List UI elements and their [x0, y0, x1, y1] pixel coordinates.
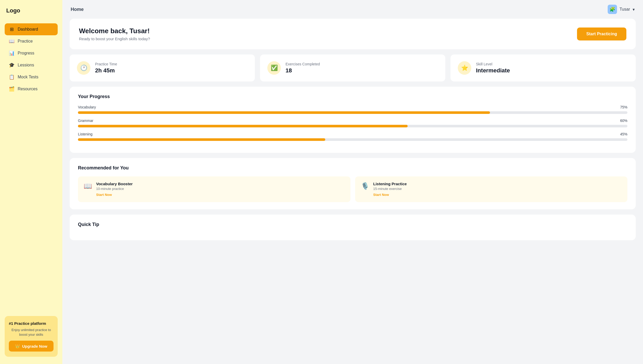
- progress-icon: 📊: [9, 50, 15, 56]
- sidebar-item-progress[interactable]: 📊 Progress: [5, 47, 58, 59]
- quick-tip-title: Quick Tip: [78, 222, 627, 227]
- upgrade-button[interactable]: 👑 Upgrade Now: [9, 341, 54, 352]
- sidebar-label-progress: Progress: [18, 51, 34, 56]
- progress-bar-bg-1: [78, 125, 627, 127]
- progress-bar-bg-0: [78, 111, 627, 114]
- welcome-title: Welcome back, Tusar!: [79, 27, 150, 35]
- rec-link-1[interactable]: Start Now: [373, 193, 389, 197]
- practice-time-icon: 🕐: [77, 61, 90, 75]
- sidebar-label-lessons: Lessions: [18, 63, 34, 67]
- skill-level-label: Skill Level: [476, 62, 510, 66]
- crown-icon: 👑: [15, 344, 20, 348]
- progress-title: Your Progress: [78, 94, 627, 99]
- promo-card: #1 Practice platform Enjoy unlimited pra…: [5, 316, 58, 357]
- promo-title: #1 Practice platform: [9, 321, 54, 326]
- progress-label-2: Listening: [78, 132, 92, 136]
- sidebar-label-mock-tests: Mock Tests: [18, 75, 38, 79]
- exercises-completed-label: Exercises Completed: [286, 62, 320, 66]
- skill-level-icon: ⭐: [458, 61, 471, 75]
- sidebar-label-practice: Practice: [18, 39, 33, 44]
- user-menu[interactable]: 🧩 Tusar ▾: [608, 5, 635, 14]
- user-name: Tusar: [620, 7, 630, 12]
- main-content: Home 🧩 Tusar ▾ Welcome back, Tusar! Read…: [62, 0, 643, 364]
- progress-label-0: Vocabulary: [78, 105, 96, 109]
- chevron-down-icon: ▾: [633, 7, 635, 12]
- progress-bar-fill-2: [78, 138, 325, 141]
- progress-items: Vocabulary 75% Grammar 60% Listening 45%: [78, 105, 627, 141]
- sidebar: Logo ⊞ Dashboard 📖 Practice 📊 Progress 🎓…: [0, 0, 62, 364]
- progress-bar-fill-0: [78, 111, 490, 114]
- progress-card: Your Progress Vocabulary 75% Grammar 60%…: [70, 87, 636, 153]
- sidebar-label-dashboard: Dashboard: [18, 27, 38, 32]
- progress-pct-0: 75%: [620, 105, 627, 109]
- rec-link-0[interactable]: Start Now: [96, 193, 112, 197]
- logo: Logo: [5, 7, 58, 14]
- progress-bar-fill-1: [78, 125, 408, 127]
- rec-sub-0: 10-minute practice: [96, 187, 133, 191]
- sidebar-item-mock-tests[interactable]: 📋 Mock Tests: [5, 71, 58, 83]
- stat-card-exercises-completed: ✅ Exercises Completed 18: [260, 54, 445, 81]
- upgrade-label: Upgrade Now: [22, 344, 47, 348]
- progress-bar-bg-2: [78, 138, 627, 141]
- rec-item-1: 🎙️ Listening Practice 15-minute exercise…: [355, 176, 628, 202]
- practice-time-label: Practice Time: [95, 62, 117, 66]
- progress-item-1: Grammar 60%: [78, 119, 627, 127]
- recommended-title: Recommended for You: [78, 165, 627, 171]
- stat-card-practice-time: 🕐 Practice Time 2h 45m: [70, 54, 255, 81]
- page-title: Home: [71, 7, 84, 12]
- progress-item-0: Vocabulary 75%: [78, 105, 627, 114]
- sidebar-label-resources: Resources: [18, 87, 37, 91]
- sidebar-item-lessons[interactable]: 🎓 Lessions: [5, 59, 58, 71]
- recommended-card: Recommended for You 📖 Vocabulary Booster…: [70, 158, 636, 209]
- sidebar-item-dashboard[interactable]: ⊞ Dashboard: [5, 23, 58, 35]
- welcome-subtitle: Ready to boost your English skills today…: [79, 37, 150, 41]
- welcome-card: Welcome back, Tusar! Ready to boost your…: [70, 19, 636, 49]
- resources-icon: 🗂️: [9, 86, 15, 92]
- rec-icon-0: 📖: [84, 182, 92, 190]
- sidebar-item-practice[interactable]: 📖 Practice: [5, 35, 58, 47]
- progress-pct-1: 60%: [620, 119, 627, 123]
- practice-icon: 📖: [9, 38, 15, 44]
- rec-name-1: Listening Practice: [373, 182, 407, 186]
- practice-time-value: 2h 45m: [95, 67, 117, 74]
- topbar: Home 🧩 Tusar ▾: [62, 0, 643, 19]
- exercises-completed-icon: ✅: [267, 61, 281, 75]
- progress-pct-2: 45%: [620, 132, 627, 136]
- promo-desc: Enjoy unlimited practice to boost your s…: [9, 328, 54, 337]
- skill-level-value: Intermediate: [476, 67, 510, 74]
- stats-row: 🕐 Practice Time 2h 45m ✅ Exercises Compl…: [70, 54, 636, 81]
- exercises-completed-value: 18: [286, 67, 320, 74]
- recommended-grid: 📖 Vocabulary Booster 10-minute practice …: [78, 176, 627, 202]
- rec-item-0: 📖 Vocabulary Booster 10-minute practice …: [78, 176, 350, 202]
- lessons-icon: 🎓: [9, 62, 15, 68]
- dashboard-icon: ⊞: [9, 26, 15, 32]
- rec-name-0: Vocabulary Booster: [96, 182, 133, 186]
- sidebar-item-resources[interactable]: 🗂️ Resources: [5, 83, 58, 95]
- progress-item-2: Listening 45%: [78, 132, 627, 141]
- progress-label-1: Grammar: [78, 119, 93, 123]
- mock-tests-icon: 📋: [9, 74, 15, 80]
- start-practicing-button[interactable]: Start Practicing: [577, 28, 626, 40]
- quick-tip-card: Quick Tip: [70, 215, 636, 240]
- rec-sub-1: 15-minute exercise: [373, 187, 407, 191]
- avatar: 🧩: [608, 5, 617, 14]
- stat-card-skill-level: ⭐ Skill Level Intermediate: [450, 54, 636, 81]
- sidebar-nav: ⊞ Dashboard 📖 Practice 📊 Progress 🎓 Less…: [5, 23, 58, 95]
- rec-icon-1: 🎙️: [361, 182, 369, 190]
